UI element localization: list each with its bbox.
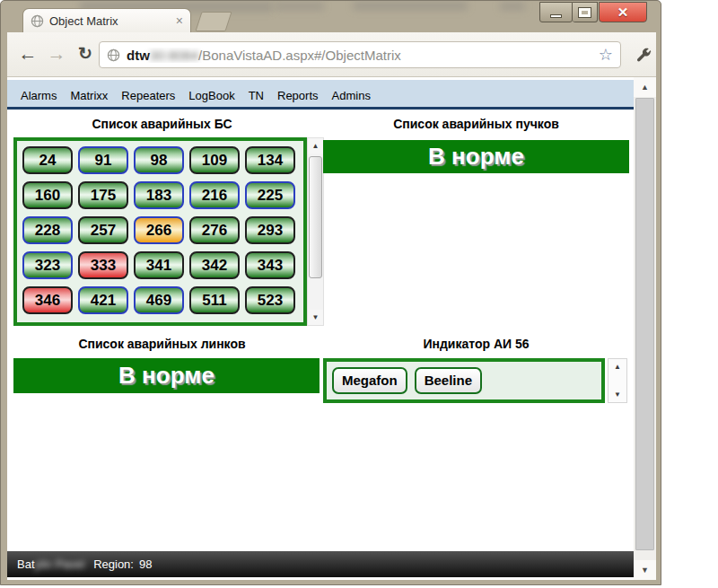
tab-title: Object Matrix — [49, 14, 176, 28]
heading-beams-list: Список аварийных пучков — [323, 117, 629, 131]
bs-grid-scrollbar[interactable]: ▲ ▼ — [307, 137, 324, 326]
bs-button-216[interactable]: 216 — [189, 181, 240, 209]
bs-button-523[interactable]: 523 — [245, 286, 295, 314]
user-status-bar: Batylin PavelRegion:98 — [7, 551, 634, 577]
beams-status-banner: В норме — [323, 140, 629, 173]
redacted-desktop-blob — [500, 3, 525, 10]
nav-item-tn[interactable]: TN — [249, 89, 264, 102]
close-button[interactable]: ✕ — [599, 2, 647, 22]
region-label: Region: — [93, 557, 134, 571]
back-icon[interactable]: ← — [14, 40, 41, 67]
scroll-up-icon[interactable]: ▲ — [634, 77, 656, 97]
bs-button-293[interactable]: 293 — [245, 216, 295, 244]
bs-button-276[interactable]: 276 — [189, 216, 240, 244]
url-path: /BonaVistaAD.aspx#/ObjectMatrix — [198, 48, 401, 63]
bs-button-323[interactable]: 323 — [22, 251, 73, 279]
links-status-banner: В норме — [13, 358, 320, 393]
minimize-button[interactable] — [539, 2, 573, 22]
bs-button-183[interactable]: 183 — [134, 181, 184, 209]
bs-button-341[interactable]: 341 — [134, 251, 184, 279]
bs-button-24[interactable]: 24 — [22, 146, 73, 174]
scroll-up-icon[interactable]: ▲ — [609, 359, 626, 374]
bs-button-134[interactable]: 134 — [245, 146, 295, 174]
bs-button-469[interactable]: 469 — [134, 286, 184, 314]
scroll-down-icon[interactable]: ▼ — [634, 560, 656, 580]
title-bar: ✕ Object Matrix × — [1, 1, 661, 32]
bookmark-star-icon[interactable]: ☆ — [599, 45, 613, 65]
maximize-icon — [579, 8, 591, 17]
ai-panel-scrollbar[interactable]: ▲ ▼ — [608, 358, 627, 403]
user-name-clear: Bat — [17, 557, 35, 571]
minimize-icon — [550, 14, 562, 18]
bs-button-342[interactable]: 342 — [189, 251, 240, 279]
scrollbar-thumb[interactable] — [309, 156, 322, 278]
bs-grid: 2491981091341601751832162252282572662762… — [13, 137, 307, 326]
bs-button-266[interactable]: 266 — [134, 216, 184, 244]
nav-item-admins[interactable]: Admins — [332, 89, 371, 102]
page-scrollbar[interactable]: ▲ ▼ — [634, 77, 656, 580]
scroll-down-icon[interactable]: ▼ — [609, 387, 626, 402]
nav-item-logbook[interactable]: LogBook — [188, 89, 234, 102]
address-bar[interactable]: dtw30:8084/BonaVistaAD.aspx#/ObjectMatri… — [99, 41, 621, 68]
url-host-prefix: dtw — [127, 48, 150, 63]
bs-button-257[interactable]: 257 — [78, 216, 128, 244]
bs-button-343[interactable]: 343 — [245, 251, 295, 279]
bs-button-225[interactable]: 225 — [245, 181, 295, 209]
bs-button-98[interactable]: 98 — [134, 146, 184, 174]
heading-ai-indicator: Индикатор АИ 56 — [323, 337, 629, 351]
heading-links-list: Список аварийных линков — [7, 337, 317, 351]
redacted-desktop-blob — [275, 3, 324, 10]
bs-button-511[interactable]: 511 — [189, 286, 240, 314]
nav-menu: AlarmsMatrixxRepeatersLogBookTNReportsAd… — [7, 80, 634, 110]
tab-close-icon[interactable]: × — [176, 13, 183, 28]
bs-button-175[interactable]: 175 — [78, 181, 128, 209]
operator-button-beeline[interactable]: Beeline — [415, 367, 482, 394]
bs-button-160[interactable]: 160 — [22, 181, 73, 209]
operator-button-megafon[interactable]: Megafon — [332, 367, 407, 394]
nav-item-matrixx[interactable]: Matrixx — [70, 89, 108, 102]
nav-item-reports[interactable]: Reports — [277, 89, 319, 102]
redacted-desktop-blob — [353, 2, 468, 10]
bs-button-333[interactable]: 333 — [78, 251, 128, 279]
menu-wrench-icon[interactable] — [630, 42, 655, 67]
tab-favicon-globe-icon — [31, 14, 44, 28]
scroll-down-icon[interactable]: ▼ — [308, 310, 323, 325]
page-content: AlarmsMatrixxRepeatersLogBookTNReportsAd… — [7, 77, 634, 580]
browser-window: ✕ Object Matrix × ← → ↻ dtw30:8084/BonaV… — [0, 0, 661, 585]
url-globe-icon — [107, 48, 120, 62]
forward-icon[interactable]: → — [43, 40, 70, 67]
user-name-redacted: ylin Pavel — [35, 557, 85, 571]
nav-item-alarms[interactable]: Alarms — [21, 89, 57, 102]
url-redacted-segment: 30:8084 — [150, 48, 198, 63]
bs-button-109[interactable]: 109 — [189, 146, 240, 174]
scrollbar-thumb[interactable] — [635, 98, 654, 550]
bs-button-228[interactable]: 228 — [22, 216, 73, 244]
new-tab-button[interactable] — [195, 12, 232, 31]
heading-bs-list: Список аварийных БС — [7, 117, 317, 131]
bs-button-346[interactable]: 346 — [22, 286, 73, 314]
bs-button-421[interactable]: 421 — [78, 286, 128, 314]
close-icon: ✕ — [617, 4, 629, 21]
url-text: dtw30:8084/BonaVistaAD.aspx#/ObjectMatri… — [127, 48, 599, 63]
nav-item-repeaters[interactable]: Repeaters — [121, 89, 175, 102]
scroll-up-icon[interactable]: ▲ — [308, 138, 323, 154]
browser-toolbar: ← → ↻ dtw30:8084/BonaVistaAD.aspx#/Objec… — [7, 32, 656, 77]
operator-list: MegafonBeeline — [323, 358, 605, 403]
bs-button-91[interactable]: 91 — [78, 146, 128, 174]
browser-tab[interactable]: Object Matrix × — [22, 8, 191, 32]
reload-icon[interactable]: ↻ — [72, 40, 99, 67]
maximize-button[interactable] — [573, 2, 598, 22]
region-value: 98 — [139, 557, 152, 571]
